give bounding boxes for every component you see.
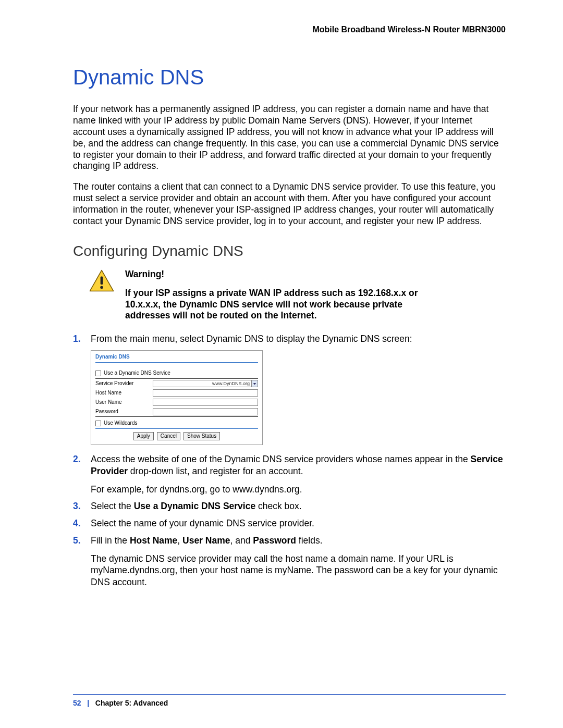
wildcards-checkbox[interactable] (95, 421, 101, 426)
host-name-row: Host Name (91, 388, 262, 398)
footer-page-number: 52 (73, 699, 81, 707)
step-3-pre: Select the (91, 501, 134, 511)
intro-paragraph-1: If your network has a permanently assign… (73, 104, 506, 172)
host-name-input[interactable] (153, 389, 258, 397)
product-header: Mobile Broadband Wireless-N Router MBRN3… (73, 25, 506, 34)
password-row: Password (91, 407, 262, 416)
step-5-extra: The dynamic DNS service provider may cal… (91, 553, 506, 588)
service-provider-label: Service Provider (95, 380, 153, 387)
warning-block: Warning! If your ISP assigns a private W… (89, 269, 506, 322)
show-status-button[interactable]: Show Status (183, 432, 220, 440)
user-name-label: User Name (95, 399, 153, 405)
intro-paragraph-2: The router contains a client that can co… (73, 181, 506, 227)
step-2-post: drop-down list, and register for an acco… (128, 466, 303, 476)
step-2: Access the website of one of the Dynamic… (73, 453, 506, 495)
app-title: Dynamic DNS (91, 351, 262, 362)
use-dns-row: Use a Dynamic DNS Service (91, 367, 262, 378)
step-5-pre: Fill in the (91, 535, 130, 546)
steps-list: From the main menu, select Dynamic DNS t… (73, 333, 506, 588)
password-input[interactable] (153, 408, 258, 415)
svg-marker-3 (253, 383, 256, 385)
step-5-b2: User Name (182, 535, 230, 546)
svg-point-2 (100, 286, 103, 289)
cancel-button[interactable]: Cancel (157, 432, 180, 440)
use-dns-checkbox[interactable] (95, 371, 101, 376)
warning-text: Warning! If your ISP assigns a private W… (125, 269, 448, 322)
step-4: Select the name of your dynamic DNS serv… (73, 517, 506, 529)
step-3-bold: Use a Dynamic DNS Service (134, 501, 255, 511)
warning-body: If your ISP assigns a private WAN IP add… (125, 288, 448, 322)
footer-separator: | (87, 699, 89, 707)
page-title: Dynamic DNS (73, 66, 506, 89)
service-provider-row: Service Provider www.DynDNS.org (91, 379, 262, 388)
user-name-input[interactable] (153, 399, 258, 406)
step-5-post: fields. (296, 535, 323, 546)
warning-label: Warning! (125, 269, 448, 280)
service-provider-value: www.DynDNS.org (212, 381, 250, 387)
step-4-text: Select the name of your dynamic DNS serv… (91, 518, 314, 528)
step-1: From the main menu, select Dynamic DNS t… (73, 333, 506, 445)
step-5-m2: , and (230, 535, 253, 546)
warning-icon (89, 269, 115, 295)
chevron-down-icon (251, 380, 258, 387)
embedded-app-screenshot: Dynamic DNS Use a Dynamic DNS Service Se… (91, 350, 263, 445)
step-5-m1: , (177, 535, 182, 546)
service-provider-select[interactable]: www.DynDNS.org (153, 380, 258, 387)
subsection-title: Configuring Dynamic DNS (73, 243, 506, 260)
apply-button[interactable]: Apply (133, 432, 154, 440)
step-5-b3: Password (253, 535, 296, 546)
user-name-row: User Name (91, 398, 262, 407)
wildcards-row: Use Wildcards (91, 417, 262, 428)
step-2-pre: Access the website of one of the Dynamic… (91, 454, 471, 464)
footer-chapter: Chapter 5: Advanced (95, 699, 168, 707)
step-5: Fill in the Host Name, User Name, and Pa… (73, 535, 506, 588)
host-name-label: Host Name (95, 390, 153, 396)
step-3-post: check box. (255, 501, 302, 511)
password-label: Password (95, 409, 153, 415)
step-3: Select the Use a Dynamic DNS Service che… (73, 500, 506, 512)
use-dns-label: Use a Dynamic DNS Service (104, 370, 170, 376)
svg-rect-1 (101, 276, 103, 285)
step-2-extra: For example, for dyndns.org, go to www.d… (91, 484, 506, 496)
footer-rule (73, 694, 506, 695)
button-row: Apply Cancel Show Status (91, 429, 262, 445)
step-1-text: From the main menu, select Dynamic DNS t… (91, 334, 412, 344)
wildcards-label: Use Wildcards (104, 420, 137, 426)
step-5-b1: Host Name (130, 535, 177, 546)
page-footer: 52 | Chapter 5: Advanced (73, 694, 506, 707)
